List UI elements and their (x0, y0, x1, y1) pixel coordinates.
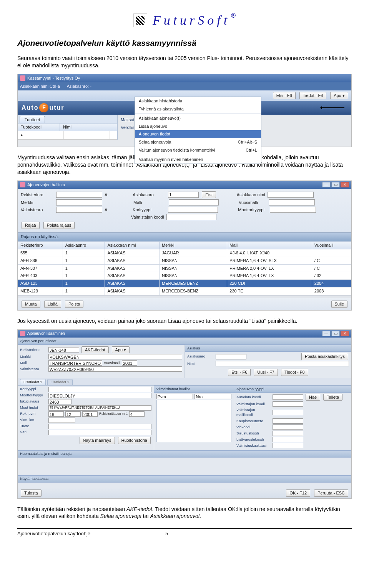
huoltohistoria-button[interactable]: Huoltohistoria (118, 437, 151, 444)
label-iskutilavuus: Iskutilavuus (20, 399, 47, 404)
table-row[interactable]: MEB-1231ASIAKASMERCEDES-BENZ230 TE2003 (18, 287, 351, 295)
input-tuote[interactable] (48, 424, 151, 429)
input-valmmalli[interactable] (273, 410, 303, 415)
menu-kommenttirivi[interactable]: Valitun ajoneuvon tiedoista kommenttiriv… (135, 146, 261, 154)
input-moottorityyppi[interactable] (270, 207, 316, 213)
input-autodata[interactable] (273, 394, 303, 400)
nayta-area[interactable] (18, 483, 351, 488)
lisaa-button[interactable]: Lisää (44, 301, 61, 308)
col-pvm: Pvm (156, 394, 193, 399)
poista-linkitys-button[interactable]: Poista asiakaslinkitys (301, 353, 348, 360)
group-nayta-haettaessa: Näytä haettaessa (18, 475, 351, 483)
input-merkki[interactable] (56, 199, 102, 205)
etsi-button[interactable]: Etsi (202, 191, 216, 199)
input-rekisterinro[interactable] (56, 192, 102, 198)
menu-hintahistoria[interactable]: Asiakkaan hintahistoria (135, 97, 261, 105)
input-asiakasnro[interactable]: 1 (168, 192, 199, 198)
close-icon[interactable]: ✕ (341, 331, 349, 336)
input-valmistenro[interactable]: WV2ZZZ70ZXH069490 (48, 366, 182, 372)
label-vkm: Vkm. km (20, 418, 47, 423)
rajaa-button[interactable]: Rajaa (22, 222, 40, 229)
h-scrollbar[interactable] (18, 295, 351, 298)
minimize-icon[interactable]: — (322, 182, 331, 187)
input-vuosimalli[interactable]: 2001 (122, 360, 137, 366)
table-row[interactable]: AFH-8361ASIAKASNISSANPRIMERA 1,6 4-OV. S… (18, 257, 351, 264)
label-tuote: Tuote (20, 424, 47, 429)
input-valmkoodi[interactable] (166, 214, 216, 220)
input-rpvm-y[interactable]: 2001 (82, 411, 98, 417)
memo-area[interactable] (18, 458, 351, 475)
close-icon[interactable]: ✕ (341, 182, 349, 187)
nayta-maarays-button[interactable]: Näytä määräys (80, 437, 115, 444)
tab-lisatiedot1[interactable]: Lisätiedot 1 (20, 379, 46, 385)
menu-selaa[interactable]: Selaa ajoneuvojaCtrl+Alt+S (135, 138, 261, 146)
input-valmistenro[interactable] (56, 207, 102, 213)
screenshot-ajoneuvojen-hallinta: Ajoneuvojen hallinta — ▭ ✕ Rekisterinro … (17, 180, 352, 311)
screenshot-kassamyynti: Kassamyynti - Testiyritys Oy Asiakkaan n… (17, 74, 352, 147)
maximize-icon[interactable]: ▭ (331, 331, 340, 336)
menu-vanha-myynti[interactable]: Vanhan myynnin rivien hakeminen (135, 155, 261, 164)
etsi-button[interactable]: Etsi - F6 (273, 92, 296, 99)
input-valmkoodi[interactable] (273, 401, 303, 407)
label-malli: Malli (133, 200, 166, 205)
tab-lisatiedot2[interactable]: Lisätiedot 2 (47, 379, 73, 385)
apu-button[interactable]: Apu ▾ (112, 346, 130, 354)
input-korityyppi[interactable] (48, 387, 151, 392)
maximize-icon[interactable]: ▭ (331, 182, 340, 187)
vehicle-table: RekisterinroAsiakasnroAsiakkaan nimiMerk… (18, 241, 351, 295)
sulje-button[interactable]: Sulje (331, 301, 347, 308)
customer-no-label: Asiakasnro: - (67, 84, 91, 89)
label-valmkoodi: Valmistajan koodi (236, 402, 271, 407)
input-malli[interactable]: TRANSPORTER SYNCRO 2.5 (48, 360, 102, 366)
input-rekisterinro[interactable]: JEN-148 (48, 347, 79, 352)
input-nimi[interactable] (216, 361, 349, 366)
input-kaupinta[interactable] (273, 418, 303, 424)
input-vkm[interactable] (48, 418, 75, 423)
label-vuosimalli: Vuosimalli (104, 361, 120, 366)
minimize-icon[interactable]: — (322, 331, 331, 336)
input-moottorityyppi[interactable]: DIESELÖLJY (48, 393, 151, 398)
input-valmkk[interactable] (273, 443, 303, 448)
table-row[interactable]: AFR-4031ASIAKASNISSANPRIMERA 1,6 4-OV. L… (18, 272, 351, 280)
menu-ajoneuvot[interactable]: Asiakkaan ajoneuvo(t) (135, 114, 261, 122)
talleta-button[interactable]: Talleta (323, 394, 342, 401)
hae-button[interactable]: Hae (306, 394, 320, 401)
table-row[interactable]: AFN-3071ASIAKASNISSANPRIMERA 2,0 4-OV. L… (18, 264, 351, 272)
etsi-button[interactable]: Etsi - F6 (228, 369, 251, 376)
input-korityyppi[interactable] (168, 207, 218, 213)
tiedot-button[interactable]: Tiedot - F8 (299, 92, 327, 99)
input-sisustus[interactable] (273, 431, 303, 436)
input-virikoodi[interactable] (273, 424, 303, 430)
input-rpvm-d[interactable]: 18 (48, 411, 64, 417)
input-asiakasnimi[interactable] (268, 192, 314, 198)
poista-button[interactable]: Poista (65, 301, 84, 308)
table-row[interactable]: 5551ASIAKASJAGUARXJ-6 4.0 I. KAT. XJ40 (18, 249, 351, 257)
tiedot-button[interactable]: Tiedot - F8 (281, 369, 308, 376)
input-iskutilavuus[interactable]: 2460 (48, 399, 71, 404)
menu-ajoneuvon-tiedot[interactable]: Ajoneuvon tiedot (135, 130, 261, 138)
tab-tuotteet[interactable]: Tuotteet (20, 116, 45, 124)
input-merkki[interactable]: VOLKSWAGEN (48, 354, 182, 359)
muuta-button[interactable]: Muuta (22, 301, 40, 308)
table-row[interactable]: ASD-1231ASIAKASMERCEDES BENZ220 CDI2004 (18, 280, 351, 287)
input-rpvm-m[interactable]: 12 (65, 411, 81, 417)
ake-tiedot-button[interactable]: AKE-tiedot (81, 346, 109, 354)
input-vari[interactable] (48, 430, 151, 435)
table-col: Malli (227, 242, 312, 249)
peruuta-button[interactable]: Peruuta - ESC (314, 489, 348, 497)
input-lisavaruste[interactable] (273, 437, 303, 442)
annotation-arrow (321, 107, 344, 108)
poista-rajaus-button[interactable]: Poista rajaus (43, 222, 75, 229)
input-vuosimalli[interactable] (269, 199, 315, 205)
input-asiakasnro[interactable] (216, 354, 246, 359)
input-malli[interactable] (169, 199, 219, 205)
input-rekmaara[interactable]: 4 (129, 411, 145, 417)
menu-lisaa-ajoneuvo[interactable]: Lisää ajoneuvo (135, 122, 261, 130)
ok-button[interactable]: OK - F12 (286, 489, 310, 497)
uusi-button[interactable]: Uusi - F7 (254, 369, 278, 376)
apu-button[interactable]: Apu ▾ (330, 92, 348, 99)
input-muut-tiedot[interactable]: 75 KW /JARRUT:NESTETOIM. ALIPAINETEH..J (48, 405, 151, 411)
menu-tyhjenna[interactable]: Tyhjennä asiakasvalinta (135, 105, 261, 113)
header-logo: FuturSoft® (17, 12, 352, 29)
tulosta-button[interactable]: Tulosta (21, 489, 42, 497)
